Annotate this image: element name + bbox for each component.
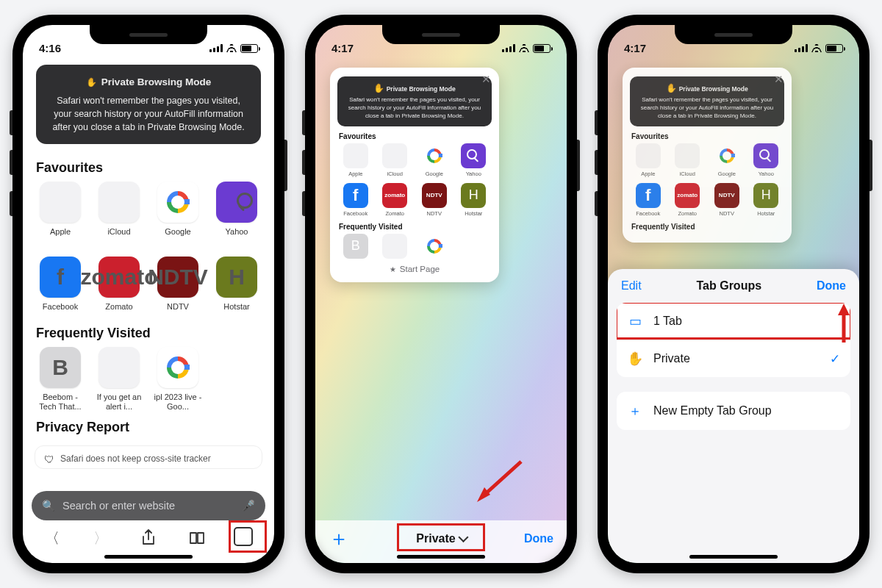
star-icon: [390, 265, 396, 273]
google-icon: [157, 347, 198, 388]
chevron-down-icon: [459, 532, 466, 545]
status-icons: [502, 42, 551, 54]
search-icon: 🔍: [42, 500, 55, 512]
wifi-icon: [519, 42, 529, 54]
tab-group-1-tab[interactable]: ▭ 1 Tab: [617, 303, 850, 340]
address-bar[interactable]: 🔍 Search or enter website 🎤: [32, 491, 265, 520]
ndtv-icon: NDTV: [157, 257, 198, 298]
forward-button[interactable]: 〉: [85, 525, 117, 551]
freq-apple-alert[interactable]: If you get an alert i...: [93, 347, 145, 411]
fav-google[interactable]: Google: [152, 182, 204, 245]
frequently-grid: BBeebom - Tech That... If you get an ale…: [35, 347, 262, 411]
share-button[interactable]: [132, 525, 165, 551]
cellular-icon: [502, 44, 515, 52]
yahoo-icon: [216, 182, 257, 223]
tab-preview-card[interactable]: ✕ Private Browsing ModeSafari won't reme…: [623, 68, 792, 243]
privacy-report-card[interactable]: Safari does not keep cross-site tracker: [35, 445, 262, 469]
sheet-header: Edit Tab Groups Done: [608, 269, 859, 300]
frequently-heading: Frequently Visited: [36, 326, 262, 341]
favourites-heading: Favourites: [36, 160, 262, 176]
fav-zomato[interactable]: zomatoZomato: [93, 257, 145, 320]
phone-1: 4:16 Private Browsing Mode Safari won't …: [12, 15, 284, 573]
row-label: Private: [653, 352, 690, 365]
wifi-icon: [811, 42, 822, 54]
notch: [382, 25, 500, 44]
status-time: 4:16: [39, 42, 61, 54]
status-icons: [795, 42, 843, 54]
home-indicator[interactable]: [104, 555, 193, 559]
notch: [675, 25, 792, 44]
new-tab-button[interactable]: ＋: [329, 525, 349, 553]
freq-beebom[interactable]: BBeebom - Tech That...: [35, 347, 86, 411]
tab-group-private[interactable]: ✋ Private ✓: [617, 340, 850, 377]
new-tab-group-button[interactable]: ＋ New Empty Tab Group: [617, 392, 850, 430]
cellular-icon: [209, 44, 223, 52]
fav-hotstar[interactable]: HHotstar: [211, 257, 262, 320]
row-label: 1 Tab: [653, 315, 682, 328]
tab-overview: ✕ Private Browsing Mode Safari won't rem…: [315, 57, 567, 520]
fav-icloud[interactable]: iCloud: [93, 182, 145, 245]
tab-groups-sheet: Edit Tab Groups Done ▭ 1 Tab ✋ Private ✓: [608, 269, 859, 563]
phone-3: 4:17 ✕ Private Browsing ModeSafari won't…: [598, 15, 870, 573]
status-icons: [209, 42, 258, 54]
privacy-heading: Privacy Report: [36, 420, 262, 435]
tab-group-dropdown[interactable]: Private: [416, 532, 465, 545]
tab-overview: ✕ Private Browsing ModeSafari won't reme…: [608, 57, 859, 243]
apple-icon: [98, 347, 140, 388]
tab-preview-card[interactable]: ✕ Private Browsing Mode Safari won't rem…: [330, 68, 499, 282]
freq-ipl[interactable]: ipl 2023 live - Goo...: [152, 347, 204, 411]
fav-yahoo[interactable]: Yahoo: [211, 182, 262, 245]
bookmarks-button[interactable]: [181, 525, 213, 551]
bottom-chrome: 🔍 Search or enter website 🎤 〈 〉: [23, 485, 274, 563]
phone-2: 4:17 ✕ Private Browsing Mode Safari won'…: [305, 15, 577, 573]
mic-icon[interactable]: 🎤: [242, 500, 255, 512]
tabs-icon: [237, 530, 253, 546]
fav-ndtv[interactable]: NDTVNDTV: [152, 257, 204, 320]
status-time: 4:17: [624, 42, 646, 54]
close-tab-button[interactable]: ✕: [771, 72, 786, 87]
plus-icon: ＋: [627, 402, 643, 420]
tab-card-label: Start Page: [337, 265, 492, 273]
mini-fav-heading: Favourites: [339, 132, 492, 140]
apple-icon: [98, 182, 140, 223]
mini-banner: Private Browsing Mode Safari won't remem…: [337, 76, 492, 126]
facebook-icon: f: [40, 257, 81, 298]
wifi-icon: [226, 42, 237, 54]
hand-icon: [373, 85, 384, 93]
home-indicator[interactable]: [397, 555, 485, 559]
fav-apple[interactable]: Apple: [35, 182, 86, 245]
tab-groups-actions: ＋ New Empty Tab Group: [617, 392, 850, 430]
checkmark-icon: ✓: [830, 351, 840, 367]
privacy-text: Safari does not keep cross-site tracker: [60, 453, 211, 464]
back-button[interactable]: 〈: [36, 525, 68, 551]
done-button[interactable]: Done: [524, 532, 553, 545]
close-tab-button[interactable]: ✕: [478, 72, 493, 87]
battery-icon: [533, 44, 551, 53]
home-indicator[interactable]: [689, 555, 778, 559]
zomato-icon: zomato: [98, 257, 140, 298]
apple-icon: [40, 182, 81, 223]
row-label: New Empty Tab Group: [653, 404, 772, 417]
notch: [90, 25, 207, 44]
screen-1: 4:16 Private Browsing Mode Safari won't …: [23, 25, 274, 563]
tabs-button[interactable]: [229, 525, 261, 551]
battery-icon: [240, 44, 258, 53]
site-icon: B: [40, 347, 81, 388]
private-icon: ✋: [627, 351, 643, 367]
tab-groups-list: ▭ 1 Tab ✋ Private ✓: [617, 303, 850, 377]
tabs-row-icon: ▭: [627, 313, 643, 329]
hotstar-icon: H: [216, 257, 257, 298]
favourites-grid: Apple iCloud Google Yahoo fFacebook zoma…: [35, 182, 262, 320]
mini-fav-grid: Apple iCloud Google Yahoo fFacebook zoma…: [337, 143, 492, 217]
done-button[interactable]: Done: [817, 279, 846, 293]
screen-2: 4:17 ✕ Private Browsing Mode Safari won'…: [315, 25, 567, 563]
cellular-icon: [795, 44, 808, 52]
battery-icon: [825, 44, 843, 53]
sheet-title: Tab Groups: [696, 279, 761, 293]
screen-3: 4:17 ✕ Private Browsing ModeSafari won't…: [608, 25, 859, 563]
bottom-toolbar: 〈 〉: [32, 520, 265, 551]
fav-facebook[interactable]: fFacebook: [35, 257, 86, 320]
address-placeholder: Search or enter website: [62, 500, 234, 512]
edit-button[interactable]: Edit: [621, 279, 642, 293]
banner-body: Safari won't remember the pages you visi…: [48, 94, 249, 134]
